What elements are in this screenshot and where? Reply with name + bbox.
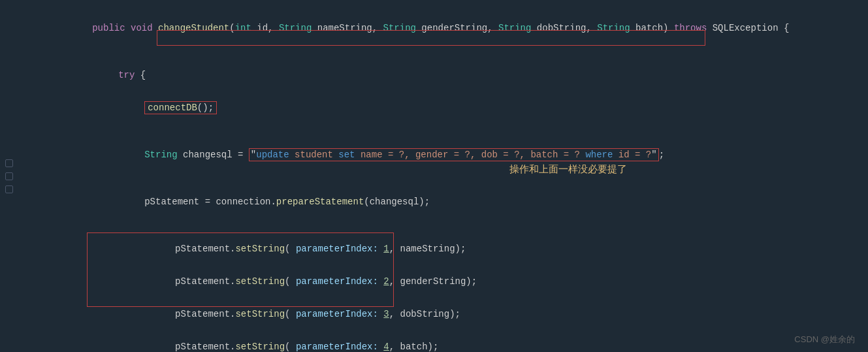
ss3-args: , dobString); (389, 309, 460, 319)
sidebar-icon-2 (5, 172, 13, 180)
line-content-ss3: pStatement.setString( parameterIndex: 3,… (46, 298, 868, 330)
type-string-cs: String (144, 150, 177, 160)
line-connectdb: connectDB(); (13, 91, 868, 124)
line-setstring2: pStatement.setString( parameterIndex: 2,… (13, 265, 868, 298)
method-setstring3: setString (235, 309, 285, 319)
param-label-4: parameterIndex: (296, 342, 378, 352)
annotation-text: 操作和上面一样没必要提了 (509, 163, 627, 176)
method-connectdb: connectDB (148, 103, 197, 113)
sidebar-icons (5, 159, 13, 193)
line-blank-2 (13, 124, 868, 138)
pstatement-var: pStatement = connection. (144, 197, 276, 207)
setstring-block-container: pStatement.setString( parameterIndex: 1,… (13, 232, 868, 352)
line-blank-3 (13, 171, 868, 185)
line-content-ss2: pStatement.setString( parameterIndex: 2,… (46, 266, 868, 297)
semi-cs: ; (659, 150, 664, 160)
ss3-open: ( (285, 309, 296, 319)
method-setstring2: setString (235, 276, 285, 287)
num-4: 4 (383, 342, 389, 352)
connectdb-paren: (); (197, 103, 214, 113)
quote1: " (251, 150, 256, 160)
method-setstring4: setString (235, 342, 285, 352)
prepare-args: (changesql); (364, 197, 430, 207)
space6: SQLException { (707, 23, 789, 33)
sql-where: where (585, 150, 613, 160)
method-prepare: prepareStatement (276, 197, 364, 207)
kw-void: void (131, 23, 158, 33)
method-sig-highlight (157, 30, 705, 46)
param-label-1: parameterIndex: (296, 244, 378, 254)
line-setstring1: pStatement.setString( parameterIndex: 1,… (13, 232, 868, 265)
sidebar-icon-3 (5, 185, 13, 193)
ps1: pStatement. (175, 244, 235, 254)
quote2: " (651, 150, 656, 160)
sql-string-box: "update student set name = ?, gender = ?… (249, 148, 659, 161)
ss4-args: , batch); (389, 342, 439, 352)
kw-public: public (92, 23, 131, 33)
line-blank-4 (13, 218, 868, 232)
line-content-b3 (46, 172, 868, 182)
ss2-open: ( (285, 276, 296, 287)
line-content-ss4: pStatement.setString( parameterIndex: 4,… (46, 331, 868, 352)
sql-set: set (338, 150, 355, 160)
line-setstring4: pStatement.setString( parameterIndex: 4,… (13, 330, 868, 352)
ss4-open: ( (285, 342, 296, 352)
sql-set-body: name = ?, gender = ?, dob = ?, batch = ? (355, 150, 586, 160)
line-content-ss1: pStatement.setString( parameterIndex: 1,… (46, 233, 868, 264)
line-content-cdb: connectDB(); (46, 92, 868, 123)
ss1-open: ( (285, 244, 296, 254)
try-brace: { (135, 70, 146, 80)
num-1: 1 (383, 244, 389, 254)
ps3: pStatement. (175, 309, 235, 319)
csdn-watermark: CSDN @姓余的 (794, 334, 855, 345)
ps2: pStatement. (175, 276, 235, 287)
line-content-b4 (46, 219, 868, 229)
ss1-args: , nameString); (389, 244, 466, 254)
connectdb-box: connectDB(); (144, 101, 217, 114)
line-setstring3: pStatement.setString( parameterIndex: 3,… (13, 298, 868, 330)
param-label-3: parameterIndex: (296, 309, 378, 319)
method-setstring1: setString (235, 244, 285, 254)
sidebar-icon-1 (5, 159, 13, 167)
line-prepare: pStatement = connection.prepareStatement… (13, 185, 868, 218)
space-cs: changesql = (178, 150, 249, 160)
line-content-cs: String changesql = "update student set n… (46, 139, 868, 170)
num-2: 2 (383, 276, 389, 287)
ps4: pStatement. (175, 342, 235, 352)
line-blank-1 (13, 44, 868, 59)
code-editor: public void changeStudent(int id, String… (0, 0, 868, 352)
line-content-b1 (46, 45, 868, 56)
kw-try: try (118, 70, 135, 80)
line-content-try: try { (46, 59, 868, 91)
line-changesql: String changesql = "update student set n… (13, 138, 868, 171)
num-3: 3 (383, 309, 389, 319)
line-content-ps: pStatement = connection.prepareStatement… (46, 186, 868, 217)
ss2-args: , genderString); (389, 276, 477, 287)
sql-body: student (289, 150, 339, 160)
line-try: try { (13, 59, 868, 91)
line-content-b2 (46, 125, 868, 135)
param-label-2: parameterIndex: (296, 276, 378, 287)
sql-update: update (256, 150, 289, 160)
sql-where-body: id = ? (613, 150, 651, 160)
